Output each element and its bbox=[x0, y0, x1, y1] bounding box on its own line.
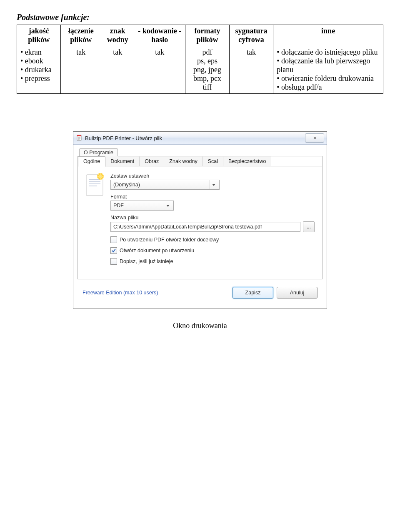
svg-rect-1 bbox=[77, 135, 81, 136]
tab-document[interactable]: Dokument bbox=[105, 156, 140, 166]
filename-label: Nazwa pliku bbox=[110, 215, 315, 221]
titlebar[interactable]: Bullzip PDF Printer - Utwórz plik ✕ bbox=[73, 132, 327, 145]
window-title: Bullzip PDF Printer - Utwórz plik bbox=[85, 135, 305, 141]
checkbox-row-openfolder[interactable]: Po utworzeniu PDF otwórz folder docelowy bbox=[110, 236, 315, 243]
document-icon bbox=[84, 172, 105, 265]
th-other: inne bbox=[273, 25, 383, 46]
chevron-down-icon bbox=[164, 201, 172, 210]
format-combo[interactable]: PDF bbox=[110, 201, 174, 211]
checkbox-append[interactable] bbox=[110, 258, 117, 265]
app-icon bbox=[76, 135, 82, 141]
filename-value: C:\Users\Admin\AppData\Local\Temp\BullZi… bbox=[113, 224, 262, 230]
settings-value: (Domyślna) bbox=[113, 182, 140, 188]
settings-label: Zestaw ustawień bbox=[110, 173, 315, 179]
th-formats: formaty plików bbox=[185, 25, 229, 46]
button-row: Freeware Edition (max 10 users) Zapisz A… bbox=[78, 279, 322, 304]
tab-about[interactable]: O Programie bbox=[79, 148, 118, 156]
th-signature: sygnatura cyfrowa bbox=[229, 25, 273, 46]
th-encoding: - kodowanie - hasło bbox=[134, 25, 185, 46]
td-formats: pdf ps, eps png, jpeg bmp, pcx tiff bbox=[185, 46, 229, 94]
dialog-window: Bullzip PDF Printer - Utwórz plik ✕ O Pr… bbox=[73, 131, 327, 309]
th-merge: łączenie plików bbox=[61, 25, 101, 46]
close-icon: ✕ bbox=[313, 136, 317, 141]
tab-general[interactable]: Ogólne bbox=[78, 156, 105, 167]
table-row: • ekran • ebook • drukarka • prepress ta… bbox=[17, 46, 383, 94]
save-button[interactable]: Zapisz bbox=[232, 287, 273, 299]
td-signature: tak bbox=[229, 46, 273, 94]
th-watermark: znak wodny bbox=[101, 25, 134, 46]
checkbox-row-append[interactable]: Dopisz, jeśli już istnieje bbox=[110, 258, 315, 265]
td-watermark: tak bbox=[101, 46, 134, 94]
tab-image[interactable]: Obraz bbox=[140, 156, 164, 166]
tab-watermark[interactable]: Znak wodny bbox=[164, 156, 202, 166]
close-button[interactable]: ✕ bbox=[305, 133, 324, 143]
checkbox-append-label: Dopisz, jeśli już istnieje bbox=[120, 258, 173, 264]
tab-security[interactable]: Bezpieczeństwo bbox=[223, 156, 271, 166]
checkbox-opendoc[interactable] bbox=[110, 247, 117, 254]
checkbox-openfolder-label: Po utworzeniu PDF otwórz folder docelowy bbox=[120, 237, 219, 243]
ellipsis-icon: ... bbox=[307, 224, 311, 230]
checkbox-row-opendoc[interactable]: Otwórz dokument po utworzeniu bbox=[110, 247, 315, 254]
tab-merge[interactable]: Scal bbox=[203, 156, 223, 166]
td-quality: • ekran • ebook • drukarka • prepress bbox=[17, 46, 61, 94]
tab-panel: Ogólne Dokument Obraz Znak wodny Scal Be… bbox=[78, 156, 322, 279]
tabs-row: Ogólne Dokument Obraz Znak wodny Scal Be… bbox=[78, 156, 322, 166]
format-label: Format bbox=[110, 194, 315, 200]
figure-caption: Okno drukowania bbox=[17, 321, 383, 330]
checkbox-opendoc-label: Otwórz dokument po utworzeniu bbox=[120, 248, 194, 253]
cancel-button[interactable]: Anuluj bbox=[277, 287, 318, 299]
filename-input[interactable]: C:\Users\Admin\AppData\Local\Temp\BullZi… bbox=[110, 222, 300, 232]
page-title: Podstawowe funkcje: bbox=[17, 13, 383, 22]
td-merge: tak bbox=[61, 46, 101, 94]
format-value: PDF bbox=[113, 203, 124, 208]
settings-combo[interactable]: (Domyślna) bbox=[110, 180, 220, 190]
browse-button[interactable]: ... bbox=[303, 221, 315, 232]
feature-table: jakość plików łączenie plików znak wodny… bbox=[17, 25, 383, 94]
td-encoding: tak bbox=[134, 46, 185, 94]
freeware-label: Freeware Edition (max 10 users) bbox=[82, 290, 158, 296]
table-header-row: jakość plików łączenie plików znak wodny… bbox=[17, 25, 383, 46]
th-quality: jakość plików bbox=[17, 25, 61, 46]
checkbox-openfolder[interactable] bbox=[110, 236, 117, 243]
td-other: • dołączanie do istniejącego pliku • doł… bbox=[273, 46, 383, 94]
chevron-down-icon bbox=[210, 180, 218, 189]
